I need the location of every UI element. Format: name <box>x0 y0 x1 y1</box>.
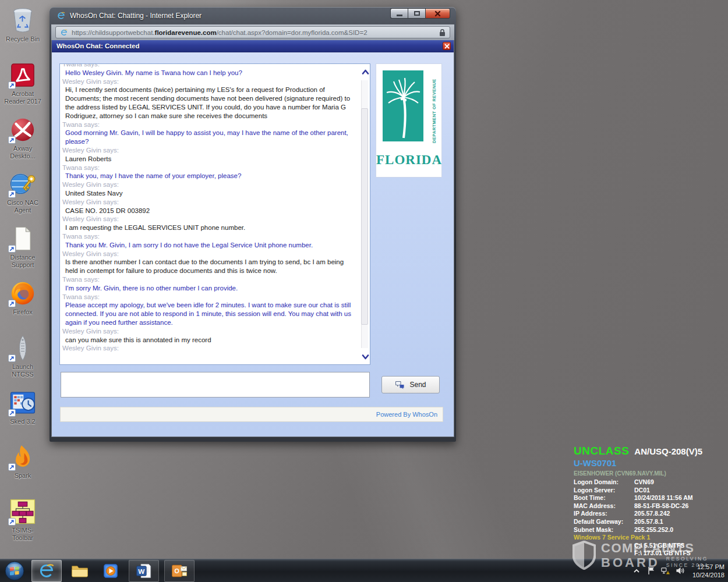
volume-button[interactable] <box>676 566 685 576</box>
bginfo-label: IP Address: <box>574 510 634 518</box>
svg-text:W: W <box>138 567 144 574</box>
taskbar-outlook[interactable]: O <box>164 560 195 582</box>
desktop-icon-firefox[interactable]: Firefox <box>0 280 45 316</box>
acrobat-icon <box>9 62 36 88</box>
message-text: Is there another number I can contact du… <box>62 258 355 275</box>
taskbar-clock[interactable]: 12:57 PM 10/24/2018 <box>690 563 725 579</box>
logo-department-text: DEPARTMENT OF REVENUE <box>432 69 437 143</box>
taskbar-media-player[interactable] <box>98 560 123 582</box>
workstation-id: U-WS0701 <box>574 458 726 468</box>
os-version: Windows 7 Service Pack 1 <box>574 534 726 542</box>
message-text: Thank you Mr. Givin, I am sorry I do not… <box>62 241 355 250</box>
bginfo-value: 255.255.252.0 <box>634 526 673 534</box>
chat-message: Twana says:Please accept my apology, but… <box>62 293 355 327</box>
ntcss-icon <box>9 335 36 361</box>
message-text: Thank you, may I have the name of your e… <box>62 172 355 180</box>
desktop-icon-distance-support[interactable]: Distance Support <box>0 225 45 269</box>
chat-bubble-icon <box>395 381 405 389</box>
chat-message: Wesley Givin says:Lauren Roberts <box>62 146 355 164</box>
logo-brand-text: FLORIDA <box>376 152 441 168</box>
start-button[interactable] <box>3 560 26 582</box>
explorer-icon <box>71 562 89 580</box>
flag-icon <box>647 566 655 575</box>
chat-message: Twana says:Good morning Mr. Gavin, I wil… <box>62 120 355 146</box>
disk-f-info: F:\ 173.01 GB NTFS <box>634 549 726 557</box>
scrollbar-track[interactable] <box>361 80 368 348</box>
network-status-button[interactable] <box>661 566 670 576</box>
url-field[interactable]: https://childsupportwebchat.floridareven… <box>55 26 450 38</box>
spark-icon <box>9 443 36 470</box>
desktop-icon-label: Axway Deskto... <box>10 145 35 160</box>
close-button[interactable] <box>425 8 450 19</box>
footer-bar: Powered By WhosOn <box>60 407 443 422</box>
network-warning-icon <box>661 566 670 576</box>
bginfo-row: MAC Address:88-51-FB-58-DC-26 <box>574 502 726 510</box>
message-text: United States Navy <box>62 189 355 198</box>
show-hidden-icons-button[interactable] <box>632 566 641 576</box>
scrollbar-thumb[interactable] <box>361 108 368 325</box>
message-sender-label: Twana says: <box>62 164 355 172</box>
desktop-icon-tsims[interactable]: TSIMS- Toolbar <box>0 498 45 542</box>
desktop-icon-recycle-bin[interactable]: Recycle Bin <box>0 7 45 43</box>
wmp-icon <box>102 562 119 580</box>
url-text: https://childsupportwebchat.floridareven… <box>72 29 367 36</box>
desktop-icon-acrobat[interactable]: Acrobat Reader 2017 <box>0 62 45 105</box>
system-tray: 12:57 PM 10/24/2018 <box>632 559 725 582</box>
chat-message: Wesley Givin says:CASE NO. 2015 DR 00389… <box>62 198 355 215</box>
taskbar-word[interactable]: W <box>129 560 159 582</box>
ie-icon <box>38 562 55 580</box>
clock-date: 10/24/2018 <box>692 571 725 579</box>
message-text: Hi, I recently sent documents (twice) pe… <box>62 86 355 120</box>
message-input[interactable] <box>61 372 370 398</box>
firefox-icon <box>9 280 36 307</box>
bginfo-row: Subnet Mask:255.255.252.0 <box>574 526 726 534</box>
classification-label: UNCLASS <box>574 445 629 457</box>
message-sender-label: Wesley Givin says: <box>62 198 355 207</box>
desktop-icon-label: Sked 3.2 <box>10 418 35 425</box>
desktop-icon-ntcss[interactable]: Launch NTCSS <box>0 335 45 378</box>
desktop-icon-spark[interactable]: Spark <box>0 443 45 480</box>
bginfo-value: 88-51-FB-58-DC-26 <box>634 502 688 510</box>
scroll-down-button[interactable] <box>361 352 369 361</box>
chat-log: Twana says:Hello Wesley Givin. My name i… <box>60 63 358 353</box>
bginfo-rows: Logon Domain:CVN69Logon Server:DC01Boot … <box>574 478 726 534</box>
bginfo-value: 10/24/2018 11:56 AM <box>634 494 693 502</box>
message-text: I'm sorry Mr. Givin, there is no other n… <box>62 284 355 293</box>
cisco-nac-icon <box>9 171 36 197</box>
send-button[interactable]: Send <box>381 376 440 393</box>
chat-transcript[interactable]: Twana says:Hello Wesley Givin. My name i… <box>59 63 370 365</box>
palm-tree-icon <box>383 70 423 141</box>
bginfo-label: Logon Domain: <box>574 478 634 487</box>
chat-message: Twana says:I'm sorry Mr. Givin, there is… <box>62 275 355 293</box>
bginfo-row: Logon Domain:CVN69 <box>574 478 726 487</box>
desktop-icon-label: Launch NTCSS <box>12 363 33 378</box>
whoson-close-button[interactable] <box>443 42 451 50</box>
bginfo-row: IP Address:205.57.8.242 <box>574 510 726 518</box>
minimize-button[interactable] <box>390 8 408 19</box>
up-arrow-icon <box>633 568 640 574</box>
taskbar: WO 12:57 PM 10/24/2018 <box>0 559 728 582</box>
desktop-icon-label: Recycle Bin <box>6 36 40 43</box>
address-bar: https://childsupportwebchat.floridareven… <box>51 24 454 40</box>
message-sender-label: Wesley Givin says: <box>62 215 355 223</box>
speaker-icon <box>676 566 685 575</box>
word-icon: W <box>135 562 153 580</box>
transcript-scrollbar[interactable] <box>360 64 370 364</box>
desktop-icon-axway[interactable]: Axway Deskto... <box>0 116 45 160</box>
chat-message: Twana says:Thank you, may I have the nam… <box>62 164 355 181</box>
action-center-button[interactable] <box>646 566 656 576</box>
close-icon <box>434 10 441 17</box>
taskbar-internet-explorer[interactable] <box>31 560 62 582</box>
maximize-button[interactable] <box>408 8 425 19</box>
scroll-up-button[interactable] <box>361 67 369 76</box>
powered-by-link[interactable]: Powered By WhosOn <box>376 411 437 418</box>
bginfo-label: Boot Time: <box>574 494 634 502</box>
window-titlebar[interactable]: WhosOn Chat: Chatting - Internet Explore… <box>51 7 454 24</box>
taskbar-windows-explorer[interactable] <box>67 560 93 582</box>
message-sender-label: Twana says: <box>62 232 355 241</box>
message-sender-label: Wesley Givin says: <box>62 146 355 155</box>
desktop-icon-cisco-nac[interactable]: Cisco NAC Agent <box>0 171 45 214</box>
chat-page: WhosOn Chat: Connected Twana says:Hello … <box>51 40 454 437</box>
desktop-icon-sked[interactable]: Sked 3.2 <box>0 389 45 425</box>
whoson-status: WhosOn Chat: Connected <box>56 42 139 49</box>
